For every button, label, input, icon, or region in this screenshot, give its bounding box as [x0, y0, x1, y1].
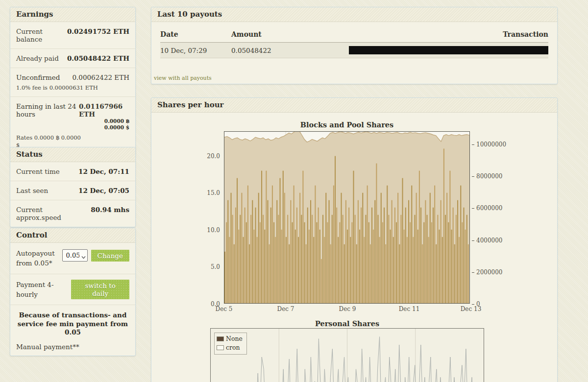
earnings-row-already-paid: Already paid 0.05048422 ETH: [10, 48, 135, 68]
earnings-row-current-balance: Current balance 0.02491752 ETH: [10, 22, 135, 48]
legend-label: None: [226, 334, 243, 343]
blocks-pool-shares-chart: [224, 132, 469, 303]
row-value: 12 Dec, 07:05: [78, 187, 129, 194]
row-label: Last seen: [16, 187, 51, 194]
row-value: 0.05048422 ETH: [67, 54, 129, 62]
row-label: Already paid: [16, 54, 62, 62]
fee-note: 1.0% fee is 0.00000631 ETH: [16, 84, 129, 92]
chart1-right-axis: 1000000080000006000000400000020000000: [472, 132, 526, 304]
autopayout-row: Autopayout from 0.05* 0.05 Change: [10, 243, 135, 274]
status-title: Status: [10, 147, 135, 162]
change-button[interactable]: Change: [91, 250, 129, 262]
chart2-legend: None cron: [214, 333, 247, 355]
min-payment-note: Because of transactions- and service fee…: [17, 311, 129, 337]
legend-item-none: None: [217, 334, 243, 343]
shares-title: Shares per hour: [151, 98, 557, 113]
payouts-panel: Last 10 payouts Date Amount Transaction …: [151, 7, 558, 84]
payout-date: 10 Dec, 07:29: [160, 47, 231, 54]
row-label: Unconfirmed: [16, 73, 60, 81]
legend-swatch-none: [217, 336, 224, 341]
row-value: 0.00062422 ETH: [72, 73, 129, 81]
row-label: Current balance: [16, 27, 67, 43]
payouts-table-header: Date Amount Transaction: [160, 28, 548, 43]
row-value-usd: 0.0000 $: [104, 124, 129, 131]
row-value-btc: 0.0000 ฿: [104, 118, 129, 125]
autopayout-label: Autopayout from 0.05*: [16, 248, 62, 268]
view-all-payouts-link[interactable]: view with all payouts: [154, 75, 212, 81]
payout-amount: 0.05048422: [231, 47, 349, 54]
legend-swatch-cron: [217, 345, 224, 350]
row-value: 80.94 mhs: [91, 206, 129, 214]
earnings-title: Earnings: [10, 7, 135, 22]
status-row-speed: Current approx.speed 80.94 mhs: [10, 200, 135, 227]
switch-to-daily-button[interactable]: switch to daily: [71, 280, 129, 299]
payout-transaction-link-redacted[interactable]: [349, 46, 548, 54]
control-title: Control: [10, 228, 135, 243]
personal-shares-chart: [211, 329, 484, 382]
chart2-title: Personal Shares: [210, 319, 484, 328]
page: Earnings Current balance 0.02491752 ETH …: [0, 0, 588, 382]
row-value: 12 Dec, 07:11: [78, 167, 129, 175]
earnings-row-unconfirmed: Unconfirmed 0.00062422 ETH 1.0% fee is 0…: [10, 68, 135, 96]
legend-label: cron: [226, 343, 240, 352]
manual-payment-label: Manual payment**: [16, 343, 129, 351]
column-date: Date: [160, 30, 231, 38]
row-label: Earning in last 24 hours: [16, 102, 79, 118]
column-transaction: Transaction: [349, 30, 548, 38]
earnings-panel: Earnings Current balance 0.02491752 ETH …: [10, 7, 136, 154]
shares-panel: Shares per hour Blocks and Pool Shares 2…: [151, 97, 558, 382]
status-row-last-seen: Last seen 12 Dec, 07:05: [10, 181, 135, 200]
row-label: Current approx.speed: [16, 206, 91, 221]
chart2-plot: None cron: [210, 328, 484, 382]
payment-frequency-row: Payment 4-hourly switch to daily: [10, 274, 135, 305]
payout-row: 10 Dec, 07:29 0.05048422: [160, 43, 548, 58]
payouts-table: Date Amount Transaction 10 Dec, 07:29 0.…: [160, 28, 548, 58]
row-label: Current time: [16, 167, 63, 175]
status-row-current-time: Current time 12 Dec, 07:11: [10, 162, 135, 181]
chart1-x-axis: Dec 5Dec 7Dec 9Dec 11Dec 13: [224, 306, 471, 313]
control-note: Because of transactions- and service fee…: [10, 305, 135, 356]
autopayout-select-wrap: 0.05: [62, 249, 88, 262]
payouts-title: Last 10 payouts: [151, 7, 557, 22]
control-panel: Control Autopayout from 0.05* 0.05 Chang…: [10, 228, 136, 356]
legend-item-cron: cron: [217, 343, 243, 352]
chart1-title: Blocks and Pool Shares: [224, 120, 470, 129]
chart1-left-axis: 20.015.010.05.00.0: [195, 132, 222, 304]
row-value: 0.01167966 ETH: [79, 102, 129, 118]
autopayout-select[interactable]: 0.05: [62, 249, 88, 262]
column-amount: Amount: [231, 30, 349, 38]
chart1-plot: [224, 131, 470, 304]
row-value: 0.02491752 ETH: [67, 27, 129, 35]
payment-label: Payment 4-hourly: [16, 280, 71, 300]
earnings-row-last-24h: Earning in last 24 hours 0.01167966 ETH …: [10, 96, 135, 154]
status-panel: Status Current time 12 Dec, 07:11 Last s…: [10, 147, 136, 227]
